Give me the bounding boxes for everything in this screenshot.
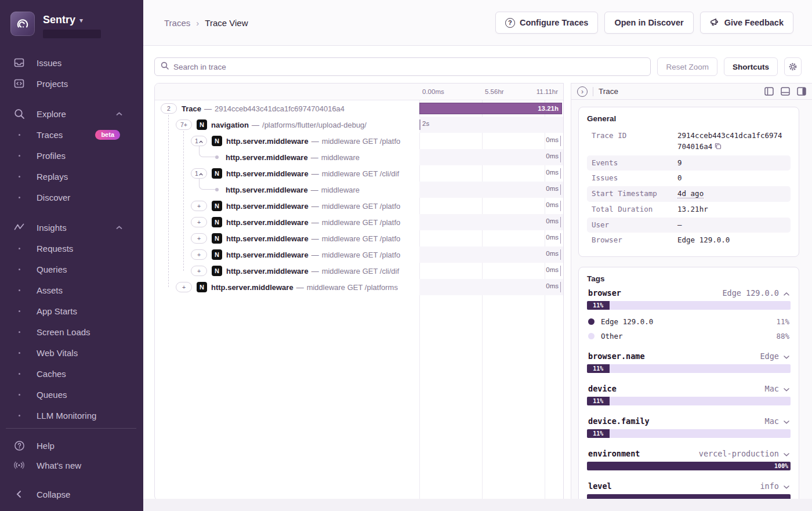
span-op-name: http.server.middleware	[226, 169, 309, 178]
sidebar-item-web-vitals[interactable]: Web Vitals	[0, 342, 143, 363]
trace-duration-bar[interactable]: 13.21h	[419, 103, 562, 114]
span-row[interactable]: 0ms+Nhttp.server.middleware—middleware G…	[155, 279, 563, 295]
sidebar-item-whats-new[interactable]: What's new	[0, 455, 143, 475]
nextjs-icon: N	[212, 233, 222, 244]
tag-header[interactable]: browserEdge 129.0.0	[587, 288, 791, 301]
search-box[interactable]	[154, 57, 651, 76]
sidebar-item-queues[interactable]: Queues	[0, 384, 143, 405]
tag-selected-value: info	[760, 481, 779, 491]
bullet-icon	[13, 331, 26, 333]
chevron-down-icon[interactable]	[784, 483, 789, 491]
breadcrumb-traces[interactable]: Traces	[164, 18, 190, 28]
sidebar-item-app-starts[interactable]: App Starts	[0, 300, 143, 321]
tag-legend-row[interactable]: Other88%	[588, 332, 789, 340]
dock-left-icon[interactable]	[764, 87, 774, 96]
dock-bottom-icon[interactable]	[781, 87, 790, 96]
expand-children-pill[interactable]: 1	[191, 168, 207, 179]
sidebar-collapse-button[interactable]: Collapse	[0, 484, 143, 504]
tag-distribution-bar[interactable]: 11%	[587, 301, 791, 310]
expand-children-pill[interactable]: 1	[191, 136, 207, 146]
org-switcher[interactable]: Sentry▾	[0, 8, 143, 39]
span-row[interactable]: 0ms+Nhttp.server.middleware—middleware G…	[155, 214, 563, 230]
search-input[interactable]	[173, 63, 644, 71]
sidebar-item-profiles[interactable]: Profiles	[0, 145, 143, 166]
configure-traces-button[interactable]: ? Configure Traces	[495, 12, 598, 34]
sidebar-item-label: Assets	[37, 285, 135, 295]
span-row[interactable]: 0ms1Nhttp.server.middleware—middleware G…	[155, 165, 563, 182]
expand-children-pill[interactable]: 2	[161, 103, 177, 114]
tag-distribution-bar[interactable]: 100%	[587, 462, 791, 470]
general-value: 13.21hr	[677, 204, 708, 215]
sidebar-item-issues[interactable]: Issues	[0, 52, 143, 73]
sidebar-item-help[interactable]: Help	[0, 436, 143, 455]
tag-distribution-bar[interactable]: 11%	[587, 429, 791, 438]
span-row[interactable]: 0ms+Nhttp.server.middleware—middleware G…	[155, 247, 563, 263]
copy-icon[interactable]	[715, 142, 722, 153]
tag-legend-row[interactable]: Edge 129.0.011%	[588, 317, 789, 326]
chevron-down-icon[interactable]	[784, 451, 789, 458]
expand-children-pill[interactable]: +	[191, 217, 207, 227]
chevron-down-icon[interactable]	[784, 353, 789, 361]
span-row[interactable]: 0ms+Nhttp.server.middleware—middleware G…	[155, 230, 563, 247]
span-row-content: Trace—2914cceb443c41dca1fc6974704016a4	[155, 100, 419, 117]
chevron-up-icon[interactable]	[784, 290, 789, 298]
collapse-panel-icon[interactable]: ›	[577, 86, 588, 97]
sidebar-item-explore[interactable]: Explore	[0, 103, 143, 124]
span-row[interactable]: 0ms1Nhttp.server.middleware—middleware G…	[155, 133, 563, 149]
tags-card: Tags browserEdge 129.0.011%Edge 129.0.01…	[578, 267, 799, 499]
tag-selected-value: Edge 129.0.0	[722, 288, 779, 298]
tag-header[interactable]: device.familyMac	[587, 416, 791, 429]
tag-distribution-bar[interactable]: 11%	[587, 397, 791, 405]
sidebar-item-queries[interactable]: Queries	[0, 259, 143, 280]
reset-zoom-button[interactable]: Reset Zoom	[657, 57, 717, 76]
tag-distribution-bar[interactable]	[587, 494, 791, 499]
timestamp-value[interactable]: 4d ago	[677, 189, 704, 198]
expand-children-pill[interactable]: +	[191, 201, 207, 211]
expand-children-pill[interactable]: +	[191, 233, 207, 244]
span-row[interactable]: 13.21h2Trace—2914cceb443c41dca1fc6974704…	[155, 100, 563, 117]
sidebar-item-caches[interactable]: Caches	[0, 363, 143, 384]
span-row[interactable]: 2s7+Nnavigation—/platforms/flutter/uploa…	[155, 117, 563, 133]
span-row[interactable]: 0ms+Nhttp.server.middleware—middleware G…	[155, 198, 563, 214]
sidebar-item-projects[interactable]: Projects	[0, 73, 143, 94]
tag-header[interactable]: levelinfo	[587, 481, 791, 494]
sidebar-item-traces[interactable]: Tracesbeta	[0, 124, 143, 145]
expand-children-pill[interactable]: 7+	[176, 119, 192, 130]
span-op-name: Trace	[182, 104, 201, 113]
sidebar-item-assets[interactable]: Assets	[0, 280, 143, 300]
sidebar-item-llm-monitoring[interactable]: LLM Monitoring	[0, 405, 143, 422]
give-feedback-button[interactable]: Give Feedback	[700, 12, 793, 34]
span-row[interactable]: 0mshttp.server.middleware—middleware	[155, 182, 563, 198]
chevron-up-icon	[116, 223, 122, 231]
tag-item-environment: environmentvercel-production100%	[587, 449, 791, 470]
span-duration-label: 2s	[422, 120, 429, 127]
expand-children-pill[interactable]: +	[191, 266, 207, 276]
bullet-icon	[13, 373, 26, 375]
tag-header[interactable]: browser.nameEdge	[587, 351, 791, 364]
chevron-down-icon[interactable]	[784, 386, 789, 393]
sidebar-item-insights[interactable]: Insights	[0, 217, 143, 238]
sidebar-item-screen-loads[interactable]: Screen Loads	[0, 321, 143, 342]
span-timeline-cell: 0ms	[419, 182, 563, 198]
span-timeline-cell: 13.21h	[419, 100, 563, 117]
shortcuts-button[interactable]: Shortcuts	[724, 57, 778, 76]
span-bar	[560, 184, 561, 195]
span-row[interactable]: 0mshttp.server.middleware—middleware	[155, 149, 563, 165]
expand-children-pill[interactable]: +	[191, 249, 207, 260]
legend-percentage: 88%	[776, 332, 789, 340]
sidebar-item-replays[interactable]: Replays	[0, 166, 143, 187]
sidebar-item-requests[interactable]: Requests	[0, 238, 143, 259]
divider	[593, 87, 593, 96]
settings-gear-button[interactable]	[784, 57, 802, 76]
breadcrumb: Traces › Trace View	[164, 18, 248, 28]
tag-distribution-bar[interactable]: 11%	[587, 364, 791, 373]
tag-bar-segment: 100%	[587, 462, 791, 470]
sidebar-item-discover[interactable]: Discover	[0, 187, 143, 208]
expand-children-pill[interactable]: +	[176, 282, 192, 292]
tag-header[interactable]: deviceMac	[587, 384, 791, 397]
span-row[interactable]: 0ms+Nhttp.server.middleware—middleware G…	[155, 263, 563, 279]
chevron-down-icon[interactable]	[784, 418, 789, 426]
open-in-discover-button[interactable]: Open in Discover	[604, 12, 693, 34]
tag-header[interactable]: environmentvercel-production	[587, 449, 791, 462]
dock-right-icon[interactable]	[797, 87, 806, 96]
